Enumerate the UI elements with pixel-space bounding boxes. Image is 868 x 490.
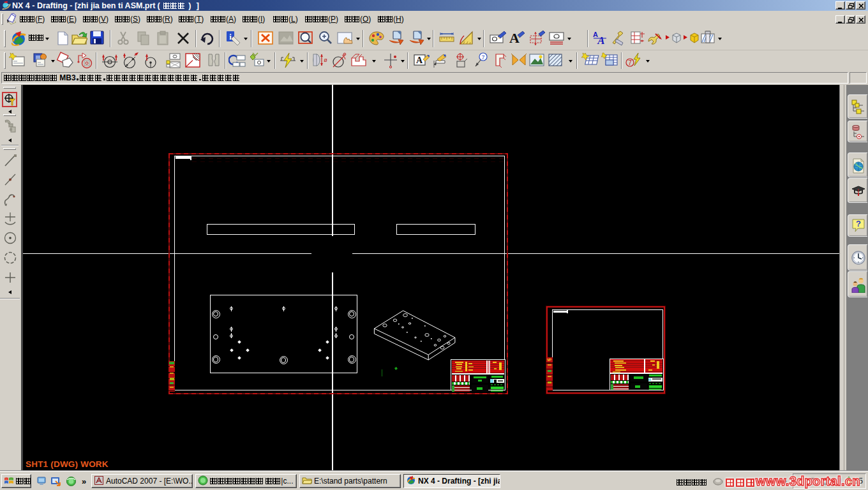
svg-text:A: A (416, 56, 423, 65)
svg-text:i: i (229, 32, 232, 41)
svg-text:7: 7 (628, 59, 632, 66)
svg-text:7: 7 (481, 54, 484, 61)
svg-text:ø: ø (324, 57, 327, 63)
svg-text:A: A (597, 34, 604, 47)
svg-text:?: ? (856, 219, 861, 228)
svg-text:A: A (509, 30, 520, 46)
